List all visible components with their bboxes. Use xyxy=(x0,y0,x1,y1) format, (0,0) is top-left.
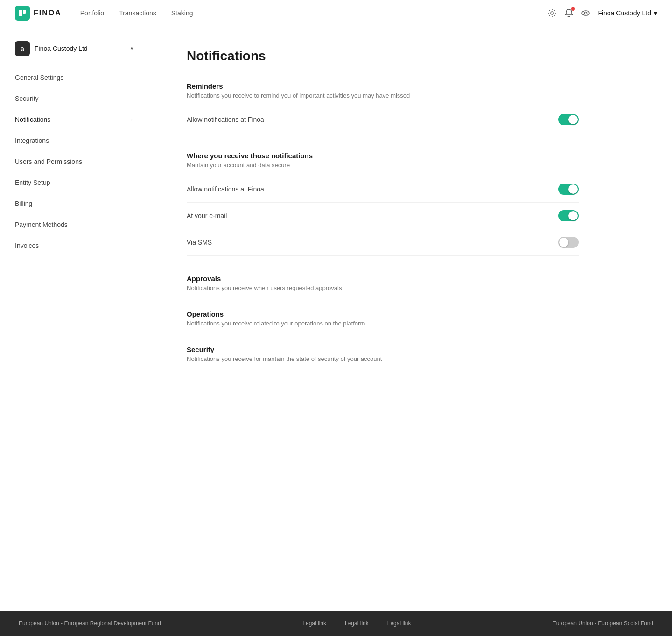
sidebar-item-users-permissions[interactable]: Users and Permissions xyxy=(0,151,149,172)
navbar-right: Finoa Custody Ltd ▾ xyxy=(547,8,657,18)
toggle-via-sms[interactable] xyxy=(558,237,579,248)
svg-point-4 xyxy=(585,12,587,14)
sidebar-org-avatar: a xyxy=(15,41,30,56)
sidebar-item-label: Security xyxy=(15,95,39,102)
footer-link-1[interactable]: Legal link xyxy=(302,620,326,627)
page-content: Notifications Reminders Notifications yo… xyxy=(149,26,616,611)
setting-row-allow-finoa-reminders: Allow notifications at Finoa xyxy=(187,106,579,133)
section-desc-where-receive: Mantain your account and data secure xyxy=(187,162,579,169)
sidebar-item-integrations[interactable]: Integrations xyxy=(0,130,149,151)
footer-link-2[interactable]: Legal link xyxy=(345,620,369,627)
bell-badge xyxy=(571,7,575,11)
sidebar-item-notifications[interactable]: Notifications → xyxy=(0,109,149,130)
svg-rect-1 xyxy=(23,10,26,14)
sidebar-item-label: Invoices xyxy=(15,242,39,249)
sidebar: a Finoa Custody Ltd ∧ General Settings S… xyxy=(0,26,149,611)
svg-point-3 xyxy=(582,11,589,15)
footer: European Union - European Regional Devel… xyxy=(0,611,672,636)
section-header-where-receive: Where you receive those notifications Ma… xyxy=(187,152,579,169)
logo-area[interactable]: FINOA xyxy=(15,6,62,21)
section-title-operations: Operations xyxy=(187,310,579,318)
sidebar-item-label: Billing xyxy=(15,200,32,207)
setting-label-via-sms: Via SMS xyxy=(187,239,212,246)
toggle-allow-finoa-where[interactable] xyxy=(558,184,579,195)
toggle-allow-finoa-reminders[interactable] xyxy=(558,114,579,125)
section-header-approvals: Approvals Notifications you receive when… xyxy=(187,275,579,291)
section-desc-operations: Notifications you receive related to you… xyxy=(187,320,579,327)
sidebar-item-invoices[interactable]: Invoices xyxy=(0,235,149,256)
footer-left-text: European Union - European Regional Devel… xyxy=(19,620,161,627)
section-security-notifications: Security Notifications you receive for m… xyxy=(187,346,579,362)
section-approvals: Approvals Notifications you receive when… xyxy=(187,275,579,291)
nav-portfolio[interactable]: Portfolio xyxy=(80,9,104,17)
sidebar-item-billing[interactable]: Billing xyxy=(0,193,149,214)
toggle-thumb xyxy=(559,238,568,247)
svg-point-2 xyxy=(551,12,553,14)
sidebar-item-label: Integrations xyxy=(15,137,49,144)
sidebar-chevron-icon: ∧ xyxy=(130,45,134,52)
sidebar-item-entity-setup[interactable]: Entity Setup xyxy=(0,172,149,193)
section-header-operations: Operations Notifications you receive rel… xyxy=(187,310,579,327)
toggle-at-email[interactable] xyxy=(558,210,579,221)
sidebar-item-general-settings[interactable]: General Settings xyxy=(0,67,149,88)
sidebar-item-payment-methods[interactable]: Payment Methods xyxy=(0,214,149,235)
section-operations: Operations Notifications you receive rel… xyxy=(187,310,579,327)
settings-icon[interactable] xyxy=(547,8,557,18)
sidebar-item-label: General Settings xyxy=(15,74,63,81)
nav-staking[interactable]: Staking xyxy=(171,9,193,17)
sidebar-item-label: Users and Permissions xyxy=(15,158,82,165)
sidebar-item-label: Payment Methods xyxy=(15,221,68,228)
section-title-where-receive: Where you receive those notifications xyxy=(187,152,579,160)
nav-links: Portfolio Transactions Staking xyxy=(80,9,193,17)
setting-row-via-sms: Via SMS xyxy=(187,229,579,256)
toggle-thumb xyxy=(568,115,578,124)
section-header-security: Security Notifications you receive for m… xyxy=(187,346,579,362)
bell-icon[interactable] xyxy=(564,8,574,18)
footer-links: Legal link Legal link Legal link xyxy=(302,620,411,627)
navbar-org-name: Finoa Custody Ltd xyxy=(598,9,651,17)
section-header-reminders: Reminders Notifications you receive to r… xyxy=(187,82,579,99)
logo-text: FINOA xyxy=(34,9,62,17)
nav-transactions[interactable]: Transactions xyxy=(119,9,156,17)
section-where-receive: Where you receive those notifications Ma… xyxy=(187,152,579,256)
finoa-logo-icon xyxy=(15,6,30,21)
setting-row-at-email: At your e-mail xyxy=(187,203,579,229)
sidebar-org-name: Finoa Custody Ltd xyxy=(35,45,125,52)
svg-rect-0 xyxy=(19,10,22,16)
eye-icon[interactable] xyxy=(581,8,590,18)
main-content: a Finoa Custody Ltd ∧ General Settings S… xyxy=(0,26,672,611)
section-title-approvals: Approvals xyxy=(187,275,579,283)
setting-row-allow-finoa-where: Allow notifications at Finoa xyxy=(187,176,579,203)
section-reminders: Reminders Notifications you receive to r… xyxy=(187,82,579,133)
org-chevron-icon: ▾ xyxy=(654,9,657,17)
footer-link-3[interactable]: Legal link xyxy=(387,620,411,627)
page-title: Notifications xyxy=(187,49,579,64)
toggle-thumb xyxy=(568,211,578,220)
sidebar-arrow-icon: → xyxy=(127,116,134,123)
section-desc-approvals: Notifications you receive when users req… xyxy=(187,284,579,291)
footer-right-text: European Union - European Social Fund xyxy=(553,620,653,627)
setting-label-allow-finoa-where: Allow notifications at Finoa xyxy=(187,185,264,193)
sidebar-org-header[interactable]: a Finoa Custody Ltd ∧ xyxy=(0,41,149,67)
toggle-thumb xyxy=(568,184,578,194)
section-title-reminders: Reminders xyxy=(187,82,579,90)
navbar: FINOA Portfolio Transactions Staking xyxy=(0,0,672,26)
setting-label-at-email: At your e-mail xyxy=(187,212,227,219)
section-desc-reminders: Notifications you receive to remind you … xyxy=(187,92,579,99)
sidebar-item-label: Entity Setup xyxy=(15,179,50,186)
sidebar-item-label: Notifications xyxy=(15,116,50,123)
org-selector[interactable]: Finoa Custody Ltd ▾ xyxy=(598,9,657,17)
section-title-security: Security xyxy=(187,346,579,353)
sidebar-item-security[interactable]: Security xyxy=(0,88,149,109)
section-desc-security: Notifications you receive for mantain th… xyxy=(187,355,579,362)
setting-label-allow-finoa-reminders: Allow notifications at Finoa xyxy=(187,116,264,123)
